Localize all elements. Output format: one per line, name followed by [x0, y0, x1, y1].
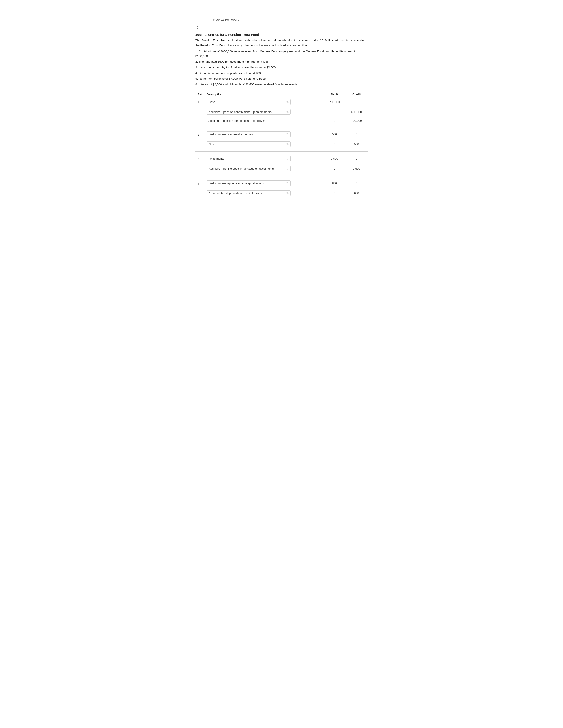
top-border	[195, 9, 368, 9]
sort-icon[interactable]: ⇅	[285, 101, 289, 104]
description-text: Cash	[209, 100, 215, 104]
description-text: Additions—pension contributions—employer	[207, 118, 267, 123]
description-text: Investments	[209, 157, 224, 160]
description-dropdown[interactable]: Deductions—depreciation on capital asset…	[207, 180, 291, 186]
debit-cell: 700,000	[324, 98, 346, 106]
credit-cell: 100,000	[346, 118, 368, 124]
transaction-3: 3. Investments held by the fund increase…	[195, 65, 368, 70]
entry-spacer	[195, 106, 368, 108]
page-header: Week 12 Homework	[195, 18, 368, 21]
description-text: Accumulated depreciation—capital assets	[209, 191, 262, 195]
credit-cell: 0	[346, 155, 368, 163]
ref-cell	[195, 165, 204, 173]
ref-cell: 3	[195, 155, 204, 163]
description-cell[interactable]: Investments⇅	[204, 155, 324, 163]
transaction-2: 2. The fund paid $500 for investment man…	[195, 59, 368, 64]
row-spacer-2	[195, 127, 368, 130]
row-spacer-2	[195, 152, 368, 155]
col-header-ref: Ref	[195, 91, 204, 98]
description-text: Deductions—investment expenses	[209, 133, 253, 136]
table-row: Accumulated depreciation—capital assets⇅…	[195, 189, 368, 197]
description-cell[interactable]: Additions—pension contributions—plan mem…	[204, 108, 324, 116]
description-cell[interactable]: Deductions—depreciation on capital asset…	[204, 179, 324, 187]
debit-cell: 0	[324, 118, 346, 124]
row-spacer	[195, 148, 368, 151]
table-row: Cash⇅0500	[195, 140, 368, 148]
description-cell[interactable]: Cash⇅	[204, 140, 324, 148]
entry-spacer	[195, 187, 368, 189]
debit-cell: 3,500	[324, 155, 346, 163]
description-text: Additions—net increase in fair value of …	[209, 167, 274, 170]
debit-cell: 0	[324, 189, 346, 197]
debit-cell: 0	[324, 165, 346, 173]
sort-icon[interactable]: ⇅	[285, 167, 289, 170]
description-dropdown[interactable]: Cash⇅	[207, 141, 291, 147]
entry-spacer	[195, 163, 368, 165]
description-cell[interactable]: Additions—pension contributions—employer	[204, 118, 324, 124]
description-dropdown[interactable]: Cash⇅	[207, 99, 291, 105]
description-text: Deductions—depreciation on capital asset…	[209, 182, 263, 185]
entry-spacer	[195, 116, 368, 118]
question-number: 1)	[195, 26, 368, 29]
credit-cell: 3,500	[346, 165, 368, 173]
credit-cell: 0	[346, 98, 368, 106]
description-dropdown[interactable]: Investments⇅	[207, 156, 291, 161]
table-row: 3Investments⇅3,5000	[195, 155, 368, 163]
table-row: 1Cash⇅700,0000	[195, 98, 368, 106]
credit-cell: 0	[346, 179, 368, 187]
ref-cell: 4	[195, 179, 204, 187]
credit-cell: 500	[346, 140, 368, 148]
row-spacer	[195, 173, 368, 176]
sort-icon[interactable]: ⇅	[285, 182, 289, 185]
transactions-list: 1. Contributions of $600,000 were receiv…	[195, 49, 368, 87]
table-row: Additions—pension contributions—employer…	[195, 118, 368, 124]
transaction-4: 4. Depreciation on fund capital assets t…	[195, 71, 368, 76]
description-dropdown[interactable]: Deductions—investment expenses⇅	[207, 131, 291, 137]
description-cell[interactable]: Additions—net increase in fair value of …	[204, 165, 324, 173]
credit-cell: 0	[346, 130, 368, 138]
debit-cell: 800	[324, 179, 346, 187]
description-dropdown[interactable]: Additions—net increase in fair value of …	[207, 166, 291, 171]
transaction-1: 1. Contributions of $600,000 were receiv…	[195, 49, 368, 58]
table-row: 2Deductions—investment expenses⇅5000	[195, 130, 368, 138]
ref-cell: 1	[195, 98, 204, 106]
ref-cell: 2	[195, 130, 204, 138]
journal-table: Ref Description Debit Credit 1Cash⇅700,0…	[195, 91, 368, 197]
sort-icon[interactable]: ⇅	[285, 157, 289, 160]
description-cell[interactable]: Accumulated depreciation—capital assets⇅	[204, 189, 324, 197]
ref-cell	[195, 118, 204, 124]
row-spacer	[195, 124, 368, 127]
table-row: Additions—pension contributions—plan mem…	[195, 108, 368, 116]
ref-cell	[195, 140, 204, 148]
sort-icon[interactable]: ⇅	[285, 133, 289, 136]
table-row: 4Deductions—depreciation on capital asse…	[195, 179, 368, 187]
sort-icon[interactable]: ⇅	[285, 192, 289, 195]
sort-icon[interactable]: ⇅	[285, 143, 289, 146]
transaction-6: 6. Interest of $2,500 and dividends of $…	[195, 82, 368, 87]
entry-spacer	[195, 138, 368, 140]
debit-cell: 0	[324, 108, 346, 116]
debit-cell: 500	[324, 130, 346, 138]
ref-cell	[195, 108, 204, 116]
credit-cell: 800	[346, 189, 368, 197]
description-text: Cash	[209, 143, 215, 146]
col-header-credit: Credit	[346, 91, 368, 98]
table-row: Additions—net increase in fair value of …	[195, 165, 368, 173]
description-text: Additions—pension contributions—plan mem…	[209, 110, 271, 114]
sort-icon[interactable]: ⇅	[285, 111, 289, 114]
row-spacer-2	[195, 176, 368, 179]
description-cell[interactable]: Deductions—investment expenses⇅	[204, 130, 324, 138]
description-dropdown[interactable]: Accumulated depreciation—capital assets⇅	[207, 190, 291, 196]
ref-cell	[195, 189, 204, 197]
col-header-description: Description	[204, 91, 324, 98]
col-header-debit: Debit	[324, 91, 346, 98]
description-dropdown[interactable]: Additions—pension contributions—plan mem…	[207, 109, 291, 115]
debit-cell: 0	[324, 140, 346, 148]
credit-cell: 600,000	[346, 108, 368, 116]
description-cell[interactable]: Cash⇅	[204, 98, 324, 106]
description-intro: The Pension Trust Fund maintained by the…	[195, 38, 368, 48]
transaction-5: 5. Retirement benefits of $7,700 were pa…	[195, 76, 368, 81]
section-title: Journal entries for a Pension Trust Fund	[195, 33, 368, 36]
